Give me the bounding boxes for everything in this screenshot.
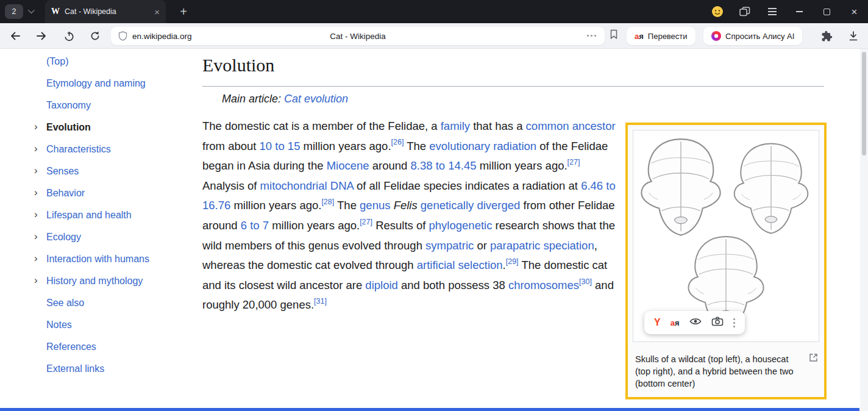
address-bar[interactable]: en.wikipedia.org Cat - Wikipedia: [111, 27, 605, 45]
scrollbar-thumb[interactable]: [862, 52, 866, 155]
article-link[interactable]: evolutionary radiation: [429, 140, 536, 152]
address-more-icon[interactable]: [587, 35, 596, 37]
downloads-button[interactable]: [845, 28, 862, 44]
sidebar-item-top[interactable]: (Top): [34, 51, 193, 73]
sidebar-item-label: Etymology and naming: [46, 78, 146, 89]
paragraph-text: around: [369, 159, 411, 172]
protect-button[interactable]: [60, 28, 78, 44]
page-scrollbar[interactable]: [860, 49, 868, 411]
reference-link[interactable]: [28]: [321, 198, 334, 206]
article-link[interactable]: genetically diverged: [421, 199, 521, 212]
eye-icon[interactable]: [689, 317, 702, 328]
article-link[interactable]: 10 to 15: [260, 140, 301, 152]
article-link[interactable]: diploid: [365, 279, 398, 291]
reference-link[interactable]: [29]: [506, 257, 519, 266]
skulls-image[interactable]: Y ая: [633, 130, 819, 342]
article-link[interactable]: mitochondrial DNA: [260, 179, 354, 192]
sidebar-item-see-also[interactable]: See also: [34, 292, 193, 314]
sidebar-item-ecology[interactable]: ›Ecology: [34, 226, 193, 248]
article-link[interactable]: common ancestor: [526, 120, 616, 132]
sidebar-item-senses[interactable]: ›Senses: [34, 160, 193, 182]
bookmark-button[interactable]: [610, 29, 618, 42]
chevron-right-icon[interactable]: ›: [34, 187, 38, 199]
article-link[interactable]: Miocene: [327, 159, 369, 172]
sidebar-item-lifespan-and-health[interactable]: ›Lifespan and health: [34, 204, 193, 226]
forward-button[interactable]: [32, 28, 51, 44]
paragraph-text: or: [474, 239, 490, 252]
reference-link[interactable]: [27]: [360, 218, 372, 226]
sidebar-item-references[interactable]: References: [34, 336, 193, 358]
enlarge-icon[interactable]: [809, 353, 818, 365]
sidebar-item-evolution[interactable]: ›Evolution: [34, 116, 193, 138]
profile-avatar[interactable]: [703, 0, 731, 23]
tab-close-icon[interactable]: ×: [154, 7, 160, 16]
article-link[interactable]: genus: [360, 199, 390, 212]
article-link[interactable]: 8.38 to 14.45: [410, 159, 476, 172]
visual-search-icon[interactable]: [711, 316, 724, 329]
panels-icon: [739, 7, 750, 16]
article-link[interactable]: speciation: [543, 239, 594, 252]
new-tab-button[interactable]: +: [176, 4, 191, 20]
figure-caption-text: Skulls of a wildcat (top left), a housec…: [635, 354, 794, 388]
yandex-icon[interactable]: Y: [654, 318, 661, 327]
article-link[interactable]: parapatric: [490, 239, 540, 252]
taxon-name: Felis: [394, 199, 418, 212]
sidebar-item-label: History and mythology: [46, 276, 143, 287]
article-link[interactable]: phylogenetic: [429, 219, 493, 232]
reference-link[interactable]: [26]: [391, 138, 404, 146]
hatnote-link[interactable]: Cat evolution: [284, 93, 348, 105]
side-panels-button[interactable]: [731, 0, 758, 23]
sidebar-item-etymology-and-naming[interactable]: Etymology and naming: [34, 73, 193, 95]
minimize-button[interactable]: [786, 0, 813, 23]
sidebar-item-history-and-mythology[interactable]: ›History and mythology: [34, 270, 193, 292]
more-options-icon[interactable]: [733, 318, 735, 327]
figure-caption: Skulls of a wildcat (top left), a housec…: [628, 347, 824, 397]
sidebar-item-interaction-with-humans[interactable]: ›Interaction with humans: [34, 248, 193, 270]
chevron-right-icon[interactable]: ›: [34, 209, 38, 221]
sidebar-item-characteristics[interactable]: ›Characteristics: [34, 138, 193, 160]
article-link[interactable]: artificial selection: [417, 259, 503, 271]
paragraph-text: The domestic cat is a member of the Feli…: [202, 120, 441, 132]
sidebar-item-external-links[interactable]: External links: [34, 358, 193, 380]
chevron-right-icon[interactable]: ›: [34, 231, 38, 243]
maximize-button[interactable]: [813, 0, 841, 23]
sidebar-item-label: References: [46, 341, 96, 352]
tab-count-button[interactable]: 2: [5, 4, 23, 19]
chevron-right-icon[interactable]: ›: [34, 252, 38, 265]
sidebar-item-taxonomy[interactable]: Taxonomy: [34, 95, 193, 116]
sidebar-item-label: Ecology: [46, 232, 81, 243]
sidebar-item-notes[interactable]: Notes: [34, 314, 193, 336]
back-button[interactable]: [6, 28, 24, 44]
reference-link[interactable]: [30]: [579, 277, 592, 286]
maximize-icon: [824, 9, 830, 15]
sidebar-item-label: Characteristics: [46, 144, 111, 155]
paragraph-text: that has a: [470, 120, 526, 132]
sidebar-item-label: (Top): [46, 56, 68, 67]
browser-tab[interactable]: W Cat - Wikipedia ×: [45, 0, 166, 23]
translate-image-icon[interactable]: ая: [671, 319, 680, 327]
extensions-button[interactable]: [818, 28, 835, 44]
translate-button[interactable]: ая Перевести: [627, 27, 695, 45]
article-link[interactable]: chromosomes: [508, 279, 579, 291]
reference-link[interactable]: [27]: [567, 158, 580, 166]
chevron-right-icon[interactable]: ›: [34, 143, 38, 155]
browser-menu-button[interactable]: [758, 0, 786, 23]
image-hover-toolbar: Y ая: [644, 311, 745, 334]
sidebar-item-behavior[interactable]: ›Behavior: [34, 182, 193, 204]
close-window-button[interactable]: ×: [841, 0, 868, 23]
ask-alice-button[interactable]: Спросить Алису AI: [703, 27, 802, 45]
refresh-button[interactable]: [86, 28, 104, 44]
browser-tab-bar: 2 W Cat - Wikipedia × +: [0, 0, 868, 23]
paragraph-text: million years ago.: [269, 219, 360, 232]
paragraph-text: from about: [202, 140, 260, 152]
article-link[interactable]: sympatric: [425, 239, 474, 252]
translate-highlight-border: Y ая: [625, 123, 827, 399]
article-link[interactable]: family: [441, 120, 470, 132]
reference-link[interactable]: [31]: [314, 297, 327, 306]
article-link[interactable]: 6 to 7: [241, 219, 269, 232]
chevron-right-icon[interactable]: ›: [34, 121, 38, 133]
evolution-paragraph: The domestic cat is a member of the Feli…: [202, 116, 616, 315]
chevron-right-icon[interactable]: ›: [34, 165, 38, 177]
tab-list-chevron-icon[interactable]: [28, 9, 34, 14]
chevron-right-icon[interactable]: ›: [34, 274, 38, 287]
